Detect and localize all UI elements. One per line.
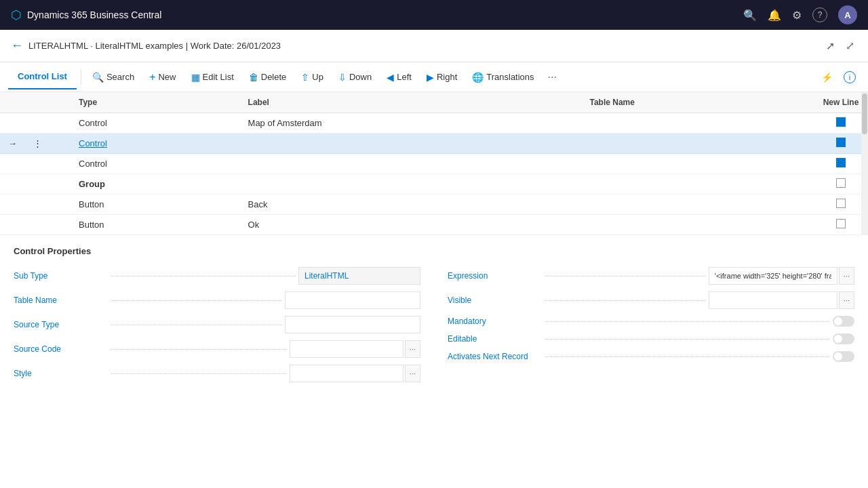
- editable-toggle[interactable]: [833, 333, 854, 344]
- topbar-icons: 🔍 🔔 ⚙ ? A: [743, 5, 857, 24]
- prop-row-visible: Visible ···: [448, 291, 854, 309]
- page-header-right: ➚ ⤢: [823, 37, 857, 55]
- visible-input[interactable]: [709, 291, 837, 309]
- back-button[interactable]: ←: [11, 39, 23, 53]
- topbar: ⬡ Dynamics 365 Business Central 🔍 🔔 ⚙ ? …: [0, 0, 868, 30]
- activates-next-record-toggle[interactable]: [833, 351, 854, 362]
- vertical-scrollbar[interactable]: [861, 92, 868, 235]
- prop-row-source-type: Source Type: [14, 316, 420, 333]
- table-row[interactable]: → ⋮ Control: [0, 134, 868, 154]
- new-line-checkbox[interactable]: [836, 178, 846, 188]
- left-label: Left: [397, 72, 412, 82]
- page-header-left: ← LITERALHTML · LiteralHTML examples | W…: [11, 39, 281, 53]
- prop-row-expression: Expression ···: [448, 267, 854, 285]
- cell-type: Button: [71, 215, 240, 235]
- table-row[interactable]: Button Back: [0, 195, 868, 215]
- editable-toggle-wrap: [833, 333, 854, 344]
- table-row[interactable]: Control Map of Amsterdam: [0, 113, 868, 134]
- cell-table-name: [581, 154, 814, 174]
- open-in-new-window-button[interactable]: ➚: [823, 37, 837, 55]
- tab-control-list[interactable]: Control List: [8, 64, 77, 89]
- style-input[interactable]: [290, 365, 403, 382]
- new-label: New: [158, 72, 176, 82]
- new-line-checkbox[interactable]: [836, 199, 846, 208]
- col-indicator: [0, 92, 25, 113]
- left-button[interactable]: ◀ Left: [380, 68, 418, 87]
- cell-label: Back: [240, 195, 582, 215]
- visible-input-wrap: ···: [709, 291, 854, 309]
- cell-label: [240, 154, 582, 174]
- source-code-expand-button[interactable]: ···: [405, 340, 420, 358]
- down-icon: ⇩: [338, 72, 347, 83]
- sub-type-input[interactable]: [298, 267, 420, 285]
- source-type-input[interactable]: [285, 316, 420, 333]
- info-icon: i: [844, 71, 856, 83]
- style-expand-button[interactable]: ···: [405, 365, 420, 382]
- edit-list-icon: ▦: [191, 72, 200, 83]
- table-row[interactable]: Button Ok: [0, 215, 868, 235]
- control-list-table: Type Label Table Name New Line Control M…: [0, 92, 868, 235]
- prop-row-editable: Editable: [448, 333, 854, 344]
- style-dots: [111, 373, 287, 374]
- expression-expand-button[interactable]: ···: [839, 267, 854, 285]
- source-code-label: Source Code: [14, 344, 108, 354]
- table-name-label: Table Name: [14, 296, 108, 305]
- right-label: Right: [437, 72, 457, 82]
- right-button[interactable]: ▶ Right: [420, 68, 464, 87]
- table-header-row: Type Label Table Name New Line: [0, 92, 868, 113]
- more-button[interactable]: ···: [542, 67, 562, 87]
- filter-button[interactable]: ⚡: [817, 68, 837, 86]
- right-icon: ▶: [427, 72, 434, 83]
- up-button[interactable]: ⇧ Up: [294, 68, 330, 87]
- sub-type-label: Sub Type: [14, 271, 108, 281]
- down-button[interactable]: ⇩ Down: [332, 68, 378, 87]
- delete-label: Delete: [261, 72, 287, 82]
- search-topbar-icon[interactable]: 🔍: [743, 9, 757, 22]
- prop-row-sub-type: Sub Type: [14, 267, 420, 285]
- expression-label: Expression: [448, 271, 542, 281]
- avatar[interactable]: A: [838, 5, 857, 24]
- delete-button[interactable]: 🗑 Delete: [242, 68, 294, 87]
- source-code-dots: [111, 349, 287, 350]
- cell-label: Map of Amsterdam: [240, 113, 582, 134]
- editable-dots: [545, 339, 830, 340]
- activates-next-record-toggle-wrap: [833, 351, 854, 362]
- info-button[interactable]: i: [840, 68, 860, 86]
- app-logo-icon: ⬡: [11, 7, 22, 22]
- new-line-checkbox[interactable]: [836, 219, 846, 228]
- edit-list-button[interactable]: ▦ Edit List: [184, 68, 241, 87]
- visible-expand-button[interactable]: ···: [839, 291, 854, 309]
- prop-row-source-code: Source Code ···: [14, 340, 420, 358]
- row-more-button[interactable]: ⋮: [25, 134, 50, 154]
- activates-next-record-label: Activates Next Record: [448, 352, 542, 361]
- scrollbar-thumb[interactable]: [862, 94, 867, 134]
- new-line-checkbox[interactable]: [836, 138, 846, 147]
- table-name-input[interactable]: [285, 291, 420, 309]
- mandatory-toggle-wrap: [833, 316, 854, 327]
- settings-icon[interactable]: ⚙: [792, 9, 802, 22]
- edit-list-label: Edit List: [203, 72, 234, 82]
- prop-row-mandatory: Mandatory: [448, 316, 854, 327]
- notifications-icon[interactable]: 🔔: [768, 9, 781, 22]
- source-code-input[interactable]: [290, 340, 403, 358]
- table-row[interactable]: Group: [0, 174, 868, 195]
- table-row[interactable]: Control: [0, 154, 868, 174]
- search-icon: 🔍: [92, 72, 104, 83]
- new-line-checkbox[interactable]: [836, 117, 846, 127]
- expand-button[interactable]: ⤢: [843, 37, 857, 55]
- visible-label: Visible: [448, 296, 542, 305]
- left-icon: ◀: [387, 72, 394, 83]
- help-icon[interactable]: ?: [812, 7, 827, 22]
- editable-toggle-knob: [834, 335, 842, 343]
- row-arrow-icon: →: [0, 134, 25, 154]
- new-line-checkbox[interactable]: [836, 158, 846, 167]
- visible-dots: [545, 300, 706, 301]
- table-name-input-wrap: [285, 291, 420, 309]
- expression-input[interactable]: [709, 267, 837, 285]
- mandatory-toggle[interactable]: [833, 316, 854, 327]
- search-button[interactable]: 🔍 Search: [85, 68, 141, 87]
- cell-label: Ok: [240, 215, 582, 235]
- new-button[interactable]: + New: [142, 67, 182, 87]
- translations-button[interactable]: 🌐 Translations: [465, 68, 540, 87]
- mandatory-label: Mandatory: [448, 317, 542, 326]
